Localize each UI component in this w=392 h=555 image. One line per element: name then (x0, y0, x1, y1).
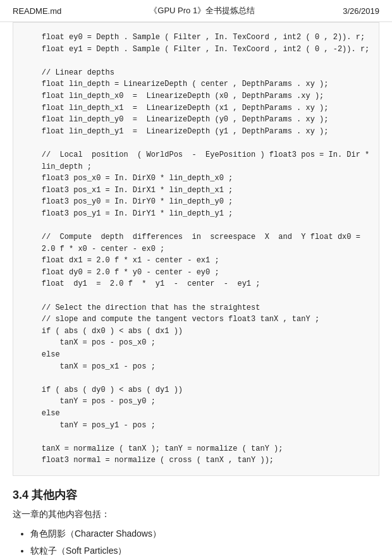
code-section: float ey0 = Depth . Sample ( Filter , In… (0, 22, 392, 476)
header-left: README.md (13, 6, 61, 16)
section-title: 3.4 其他内容 (13, 487, 379, 503)
header-title: 《GPU Pro 1》全书提炼总结 (61, 5, 343, 16)
header: README.md 《GPU Pro 1》全书提炼总结 3/26/2019 (0, 0, 392, 22)
header-right: 3/26/2019 (343, 6, 379, 16)
section-description: 这一章的其他内容包括： (13, 509, 379, 520)
section-list: 角色阴影（Character Shadows）软粒子（Soft Particle… (13, 527, 379, 555)
list-item: 软粒子（Soft Particles） (30, 544, 379, 555)
list-item: 角色阴影（Character Shadows） (30, 527, 379, 540)
section-34: 3.4 其他内容 这一章的其他内容包括： 角色阴影（Character Shad… (0, 476, 392, 555)
